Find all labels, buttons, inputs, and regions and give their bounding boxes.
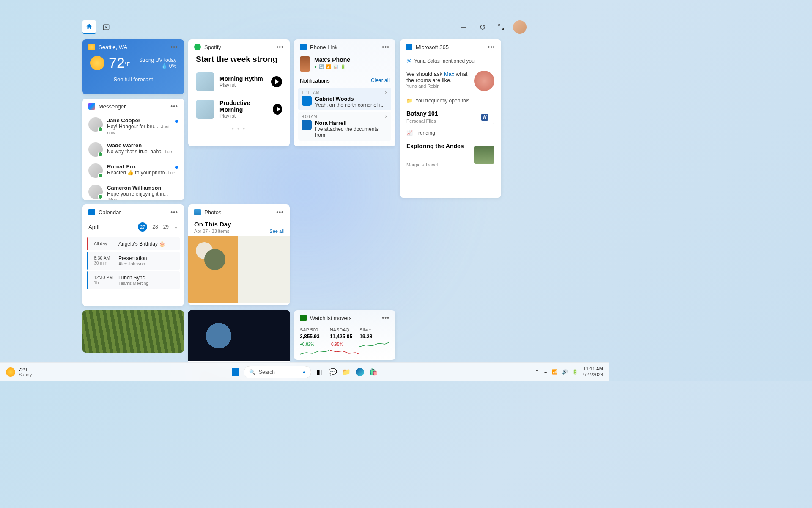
photo-thumbnail[interactable]: [188, 236, 290, 303]
playlist-item[interactable]: Morning RythmPlaylist: [188, 68, 290, 95]
more-icon[interactable]: •••: [276, 44, 284, 50]
phone-link-icon: [300, 44, 307, 50]
see-all-link[interactable]: See all: [269, 229, 284, 234]
spotify-widget: Spotify••• Start the week strong Morning…: [188, 39, 290, 146]
phone-link-widget: Phone Link••• Max's Phone ●🔄📶📊🔋 Notifica…: [294, 39, 395, 146]
trending-item[interactable]: Exploring the AndesMargie's Travel: [400, 139, 501, 171]
watchlist-widget: Watchlist movers••• S&P 500 3,855.93 +0.…: [294, 310, 395, 360]
message-item[interactable]: Jane CooperHey! Hangout for bru... ·Just…: [82, 114, 184, 139]
temp-value: 72: [109, 55, 125, 71]
calendar-event[interactable]: 8:30 AM30 min PresentationAlex Johnson: [87, 252, 180, 270]
microsoft-365-widget: Microsoft 365••• @ Yuna Sakai mentioned …: [400, 39, 501, 198]
unread-dot: [175, 120, 178, 123]
message-item[interactable]: Cameron WilliamsonHope you're enjoying i…: [82, 181, 184, 200]
calendar-icon: [88, 209, 95, 215]
battery-icon[interactable]: 🔋: [572, 369, 578, 375]
notification-item[interactable]: 9:06 AM✕ Nora HarrellI've attached the d…: [298, 112, 391, 141]
calendar-day[interactable]: 28: [152, 224, 158, 230]
see-forecast-link[interactable]: See full forecast: [82, 76, 184, 88]
edge-button[interactable]: [354, 367, 365, 378]
news-image-card[interactable]: [82, 310, 184, 353]
task-view-button[interactable]: ◧: [314, 367, 325, 378]
more-icon[interactable]: •••: [170, 209, 178, 215]
sun-icon: [90, 56, 104, 70]
more-icon[interactable]: •••: [170, 103, 178, 110]
messenger-icon: [88, 103, 95, 110]
weather-icon: [88, 44, 95, 50]
start-button[interactable]: [230, 367, 241, 378]
user-avatar[interactable]: [513, 20, 527, 34]
money-icon: [300, 315, 307, 321]
news-image: [188, 310, 290, 361]
avatar: [88, 185, 103, 199]
message-item[interactable]: Wade WarrenNo way that's true. haha ·Tue: [82, 139, 184, 160]
close-icon[interactable]: ✕: [384, 114, 388, 119]
notification-item[interactable]: 11:11 AM✕ Gabriel WoodsYeah, on the nort…: [298, 88, 391, 110]
chevron-down-icon[interactable]: ⌄: [174, 224, 178, 230]
pagination-dots[interactable]: ● ● ●: [188, 123, 290, 134]
stock-item[interactable]: S&P 500 3,855.93 +0.82%: [300, 326, 330, 358]
play-button[interactable]: [271, 76, 282, 87]
collapse-button[interactable]: [494, 20, 508, 34]
photos-icon: [194, 209, 201, 215]
avatar: [88, 142, 103, 157]
m365-icon: [406, 44, 412, 50]
messenger-widget: Messenger••• Jane CooperHey! Hangout for…: [82, 99, 184, 200]
stock-item[interactable]: NASDAQ 11,425.05 -0.95%: [330, 326, 360, 358]
sun-icon: [6, 367, 15, 377]
calendar-day[interactable]: 29: [163, 224, 169, 230]
calendar-event[interactable]: 12:30 PM1h Lunch SyncTeams Meeting: [87, 271, 180, 289]
album-art: [196, 72, 214, 91]
message-item[interactable]: Robert FoxReacted 👍 to your photo ·Tue: [82, 160, 184, 181]
play-button[interactable]: [273, 104, 282, 115]
more-icon[interactable]: •••: [382, 315, 390, 321]
mention-item[interactable]: We should ask Max what the rooms are lik…: [400, 67, 501, 94]
stock-item[interactable]: Silver 19.28: [359, 326, 390, 358]
avatar: [474, 71, 494, 91]
photos-widget: Photos••• On This Day Apr 27 · 33 itemsS…: [188, 204, 290, 305]
phone-icon: [300, 56, 310, 72]
more-icon[interactable]: •••: [488, 44, 495, 50]
volume-icon[interactable]: 🔊: [562, 369, 568, 375]
store-button[interactable]: 🛍️: [368, 367, 379, 378]
word-icon: [483, 110, 494, 124]
weather-widget[interactable]: Seattle, WA••• 72°F Strong UV today💧 0% …: [82, 39, 184, 94]
app-icon: [302, 120, 312, 130]
entertainment-tab[interactable]: [99, 20, 113, 34]
playlist-item[interactable]: Productive MorningPlaylist: [188, 95, 290, 123]
chat-button[interactable]: 💬: [327, 367, 338, 378]
avatar: [88, 163, 103, 178]
file-item[interactable]: Botany 101Personal Files: [400, 107, 501, 127]
app-icon: [302, 96, 312, 106]
more-icon[interactable]: •••: [170, 44, 178, 50]
add-widget-button[interactable]: [457, 20, 471, 34]
calendar-event[interactable]: All day Angela's Birthday 🎂: [87, 237, 180, 250]
home-tab[interactable]: [82, 20, 96, 34]
calendar-day-selected[interactable]: 27: [138, 222, 147, 232]
refresh-button[interactable]: [476, 20, 489, 34]
onedrive-icon[interactable]: ☁: [543, 369, 548, 375]
calendar-widget: Calendar••• April 272829⌄ All day Angela…: [82, 204, 184, 306]
widgets-header: [82, 20, 527, 34]
unread-dot: [175, 166, 178, 169]
taskbar: 72°FSunny 🔍Search● ◧ 💬 📁 🛍️ ⌃ ☁ 📶 🔊 🔋 11…: [0, 362, 609, 381]
weather-location: Seattle, WA: [99, 44, 127, 50]
taskbar-weather[interactable]: 72°FSunny: [0, 363, 38, 381]
wifi-icon[interactable]: 📶: [552, 369, 558, 375]
search-box[interactable]: 🔍Search●: [244, 366, 311, 378]
avatar: [88, 117, 103, 132]
close-icon[interactable]: ✕: [384, 90, 388, 95]
explorer-button[interactable]: 📁: [341, 367, 352, 378]
chevron-up-icon[interactable]: ⌃: [535, 369, 539, 375]
more-icon[interactable]: •••: [276, 209, 284, 215]
album-art: [196, 100, 214, 119]
clear-all-link[interactable]: Clear all: [371, 77, 390, 84]
clock[interactable]: 11:11 AM4/27/2023: [582, 366, 603, 377]
trending-thumbnail: [474, 146, 494, 164]
more-icon[interactable]: •••: [382, 44, 390, 50]
spotify-icon: [194, 44, 201, 50]
pagination-dots[interactable]: ● ○ ○ ○ ○: [294, 358, 395, 360]
